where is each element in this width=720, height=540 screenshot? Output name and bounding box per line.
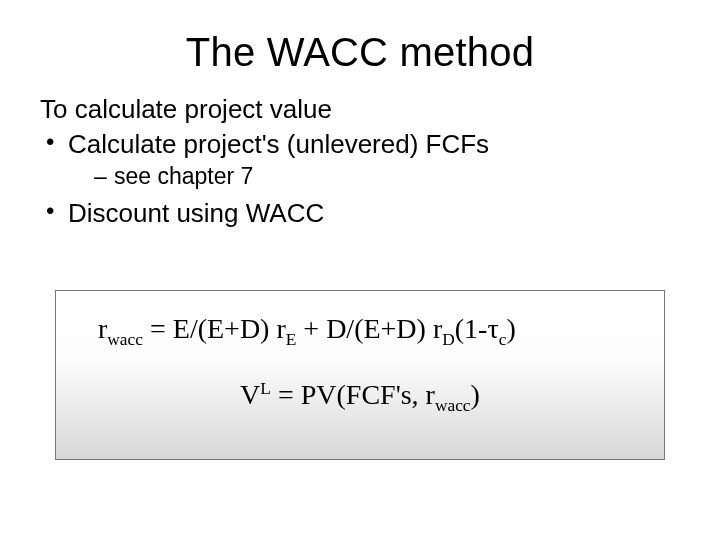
- bullet-2-text: Discount using WACC: [68, 198, 324, 228]
- sub-list: see chapter 7: [68, 162, 680, 191]
- formula-line-1: rwacc = E/(E+D) rE + D/(E+D) rD(1-τc): [76, 313, 644, 345]
- f-r: r: [98, 313, 107, 344]
- f-D-sub: D: [442, 330, 455, 349]
- bullet-list: Calculate project's (unlevered) FCFs see…: [40, 128, 680, 230]
- f-open: (1-: [455, 313, 488, 344]
- bullet-item-1: Calculate project's (unlevered) FCFs see…: [44, 128, 680, 191]
- f-eq: = E/(E+D) r: [143, 313, 286, 344]
- bullet-item-2: Discount using WACC: [44, 197, 680, 230]
- formula-line-2: VL = PV(FCF's, rwacc): [76, 379, 644, 411]
- f-eq2: = PV(FCF's, r: [271, 379, 435, 410]
- f-E-sub: E: [286, 330, 297, 349]
- sub-1-text: see chapter 7: [114, 163, 253, 189]
- slide: The WACC method To calculate project val…: [0, 0, 720, 540]
- slide-body: To calculate project value Calculate pro…: [40, 93, 680, 229]
- f-close2: ): [471, 379, 480, 410]
- f-plus: + D/(E+D) r: [296, 313, 442, 344]
- f-close: ): [506, 313, 515, 344]
- slide-title: The WACC method: [40, 30, 680, 75]
- f-L-sup: L: [260, 379, 271, 398]
- f-wacc2-sub: wacc: [435, 396, 471, 415]
- f-tau: τ: [487, 313, 498, 344]
- intro-text: To calculate project value: [40, 93, 680, 126]
- f-V: V: [240, 379, 260, 410]
- bullet-1-text: Calculate project's (unlevered) FCFs: [68, 129, 489, 159]
- sub-item-1: see chapter 7: [94, 162, 680, 191]
- f-wacc-sub: wacc: [107, 330, 143, 349]
- formula-box: rwacc = E/(E+D) rE + D/(E+D) rD(1-τc) VL…: [55, 290, 665, 460]
